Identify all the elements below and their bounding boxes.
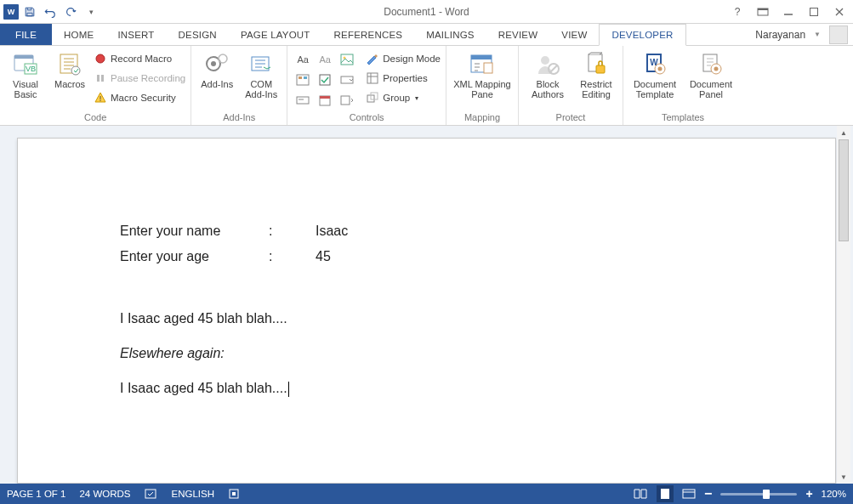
svg-rect-1	[758, 8, 768, 10]
qat-customize-icon[interactable]: ▾	[82, 3, 100, 21]
design-mode-button[interactable]: Design Mode	[366, 50, 441, 67]
scroll-up-icon[interactable]: ▲	[837, 126, 850, 139]
paragraph-2: Elsewhere again:	[120, 342, 733, 365]
svg-point-10	[96, 54, 105, 63]
user-name[interactable]: Narayanan	[755, 29, 805, 41]
record-macro-button[interactable]: Record Macro	[94, 50, 185, 67]
svg-rect-24	[341, 76, 353, 83]
control-picture-icon[interactable]	[337, 50, 357, 69]
close-button[interactable]	[829, 3, 850, 21]
help-icon[interactable]: ?	[727, 3, 748, 21]
save-button[interactable]	[20, 3, 39, 21]
tab-developer[interactable]: DEVELOPER	[599, 24, 685, 46]
group-addins: Add-Ins COM Add-Ins Add-Ins	[191, 46, 287, 125]
zoom-out-button[interactable]: −	[704, 486, 712, 501]
document-page[interactable]: Enter your name : Isaac Enter your age :…	[17, 138, 836, 484]
minimize-button[interactable]	[778, 3, 799, 21]
control-richtext-icon[interactable]: Aa	[293, 50, 313, 69]
zoom-in-button[interactable]: +	[805, 487, 812, 501]
svg-rect-34	[484, 63, 492, 73]
control-combobox-icon[interactable]	[337, 71, 357, 89]
control-buildingblock-icon[interactable]	[293, 71, 313, 89]
document-template-icon: W	[641, 50, 668, 77]
redo-button[interactable]	[61, 3, 80, 21]
svg-rect-50	[232, 492, 236, 496]
print-layout-icon[interactable]	[657, 485, 674, 502]
document-panel-button[interactable]: Document Panel	[685, 48, 737, 99]
properties-button[interactable]: Properties	[366, 70, 441, 87]
svg-point-44	[658, 67, 662, 71]
language-indicator[interactable]: ENGLISH	[172, 489, 215, 499]
svg-rect-3	[810, 8, 818, 15]
restrict-editing-button[interactable]: Restrict Editing	[575, 48, 617, 99]
ribbon-display-icon[interactable]	[753, 3, 773, 21]
group-code: VB Visual Basic Macros Record Macro Paus…	[0, 46, 191, 125]
tab-design[interactable]: DESIGN	[167, 24, 229, 45]
macro-security-button[interactable]: !Macro Security	[94, 89, 185, 106]
visual-basic-button[interactable]: VB Visual Basic	[5, 48, 46, 99]
tab-review[interactable]: REVIEW	[486, 24, 550, 45]
ribbon-tabs: FILE HOME INSERT DESIGN PAGE LAYOUT REFE…	[0, 24, 853, 46]
document-template-button[interactable]: W Document Template	[628, 48, 681, 99]
svg-text:!: !	[100, 94, 102, 103]
svg-point-9	[71, 66, 80, 75]
control-checkbox-icon[interactable]	[315, 71, 335, 89]
tab-page-layout[interactable]: PAGE LAYOUT	[229, 24, 322, 45]
tab-insert[interactable]: INSERT	[105, 24, 166, 45]
macros-button[interactable]: Macros	[49, 48, 90, 89]
vertical-scrollbar[interactable]: ▲ ▼	[837, 126, 850, 484]
group-controls-button[interactable]: Group▾	[366, 89, 441, 106]
svg-text:VB: VB	[26, 65, 36, 73]
zoom-slider[interactable]	[720, 493, 797, 496]
tab-home[interactable]: HOME	[52, 24, 105, 45]
svg-rect-28	[341, 96, 350, 105]
controls-gallery: Aa Aa	[293, 48, 357, 110]
tab-mailings[interactable]: MAILINGS	[414, 24, 486, 45]
com-addins-button[interactable]: COM Add-Ins	[241, 48, 281, 99]
tab-view[interactable]: VIEW	[549, 24, 599, 45]
word-app-icon[interactable]: W	[3, 4, 19, 20]
svg-rect-48	[145, 490, 156, 498]
spellcheck-icon[interactable]	[145, 488, 158, 500]
zoom-thumb[interactable]	[763, 490, 770, 499]
visual-basic-icon: VB	[12, 50, 39, 77]
design-mode-icon	[366, 52, 379, 65]
undo-button[interactable]	[41, 3, 60, 21]
macros-icon	[56, 50, 83, 77]
paragraph-3: I Isaac aged 45 blah blah....	[120, 377, 733, 399]
xml-mapping-button[interactable]: XML Mapping Pane	[452, 48, 513, 99]
chevron-down-icon[interactable]: ▼	[814, 31, 821, 38]
addins-icon	[203, 50, 230, 77]
addins-button[interactable]: Add-Ins	[196, 48, 237, 89]
document-body: I Isaac aged 45 blah blah.... Elsewhere …	[120, 307, 733, 400]
user-avatar[interactable]	[829, 25, 848, 44]
svg-line-37	[550, 65, 557, 72]
svg-rect-52	[683, 490, 695, 498]
control-legacy-icon[interactable]	[337, 91, 357, 110]
macro-status-icon[interactable]	[228, 488, 240, 500]
svg-rect-29	[367, 73, 378, 83]
control-plaintext-icon[interactable]: Aa	[315, 50, 335, 69]
page-indicator[interactable]: PAGE 1 OF 1	[7, 489, 65, 499]
read-mode-icon[interactable]	[633, 488, 648, 500]
age-value: 45	[316, 249, 331, 264]
scroll-down-icon[interactable]: ▼	[837, 470, 850, 484]
group-protect: Block Authors Restrict Editing Protect	[519, 46, 623, 125]
maximize-button[interactable]	[804, 3, 824, 21]
tab-references[interactable]: REFERENCES	[322, 24, 415, 45]
svg-rect-11	[97, 75, 100, 82]
control-dropdown-icon[interactable]	[293, 91, 313, 110]
scroll-track[interactable]	[837, 139, 850, 470]
svg-rect-20	[297, 75, 309, 85]
svg-rect-18	[341, 54, 353, 65]
group-templates: W Document Template Document Panel Templ…	[623, 46, 742, 125]
word-count[interactable]: 24 WORDS	[79, 489, 130, 499]
control-datepicker-icon[interactable]	[315, 91, 335, 110]
group-mapping: XML Mapping Pane Mapping	[446, 46, 519, 125]
tab-file[interactable]: FILE	[0, 24, 52, 45]
group-controls: Aa Aa Design Mode Properties Group▾ Cont…	[287, 46, 446, 125]
zoom-level[interactable]: 120%	[822, 489, 846, 499]
scroll-thumb[interactable]	[839, 139, 849, 241]
web-layout-icon[interactable]	[682, 488, 696, 500]
svg-rect-51	[661, 489, 669, 499]
